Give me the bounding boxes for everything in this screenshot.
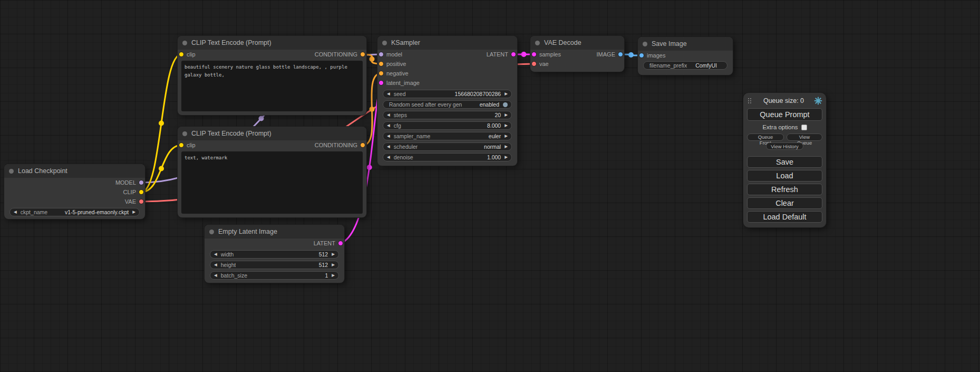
- conditioning-output-dot[interactable]: [360, 52, 365, 57]
- widget-scheduler[interactable]: ◀ scheduler normal ▶: [383, 142, 512, 151]
- negative-input-dot[interactable]: [379, 71, 384, 76]
- queue-prompt-button[interactable]: Queue Prompt: [747, 108, 822, 121]
- output-slot-row: CLIP: [4, 187, 145, 197]
- node-title-bar[interactable]: Empty Latent Image: [205, 225, 344, 239]
- load-default-button[interactable]: Load Default: [747, 211, 822, 223]
- widget-label: Random seed after every gen: [389, 101, 462, 108]
- clip-output-dot[interactable]: [139, 189, 144, 195]
- collapse-dot-icon[interactable]: [643, 42, 647, 46]
- node-title-bar[interactable]: Load Checkpoint: [4, 164, 145, 178]
- toggle-indicator-icon[interactable]: [503, 102, 508, 107]
- widget-height[interactable]: ◀ height 512 ▶: [210, 261, 339, 269]
- widget-sampler-name[interactable]: ◀ sampler_name euler ▶: [383, 132, 512, 140]
- extra-options-checkbox[interactable]: [801, 125, 807, 130]
- latent-output-dot[interactable]: [511, 52, 516, 57]
- increment-arrow-icon[interactable]: ▶: [504, 123, 508, 128]
- node-graph-canvas[interactable]: Load Checkpoint MODEL CLIP VAE ◀ ckpt_na…: [0, 0, 980, 372]
- node-vae-decode[interactable]: VAE Decode samples IMAGE vae: [530, 36, 624, 72]
- decrement-arrow-icon[interactable]: ◀: [214, 273, 217, 278]
- increment-arrow-icon[interactable]: ▶: [332, 252, 335, 256]
- slot-label: positive: [386, 61, 406, 67]
- positive-input-dot[interactable]: [379, 61, 384, 66]
- node-title-bar[interactable]: CLIP Text Encode (Prompt): [178, 36, 366, 50]
- node-save-image[interactable]: Save Image images filename_prefix ComfyU…: [638, 37, 733, 75]
- widget-random-seed-toggle[interactable]: Random seed after every gen enabled: [383, 100, 512, 109]
- model-input-dot[interactable]: [379, 52, 384, 57]
- slot-label: LATENT: [314, 240, 335, 246]
- decrement-arrow-icon[interactable]: ◀: [14, 210, 17, 214]
- latent-output-dot[interactable]: [338, 241, 343, 246]
- save-button[interactable]: Save: [747, 156, 822, 168]
- node-ksampler[interactable]: KSampler model LATENT positive negative: [377, 36, 517, 166]
- positive-prompt-textarea[interactable]: beautiful scenery nature glass bottle la…: [181, 61, 363, 111]
- widget-batch-size[interactable]: ◀ batch_size 1 ▶: [210, 271, 339, 280]
- decrement-arrow-icon[interactable]: ◀: [387, 123, 390, 128]
- decrement-arrow-icon[interactable]: ◀: [387, 155, 390, 159]
- increment-arrow-icon[interactable]: ▶: [332, 273, 335, 278]
- node-title-bar[interactable]: CLIP Text Encode (Prompt): [178, 127, 366, 140]
- slot-label: samples: [539, 51, 561, 58]
- widget-denoise[interactable]: ◀ denoise 1.000 ▶: [383, 153, 512, 161]
- image-output-dot[interactable]: [618, 52, 623, 57]
- increment-arrow-icon[interactable]: ▶: [132, 210, 135, 214]
- clip-input-dot[interactable]: [179, 142, 184, 148]
- node-clip-text-encode-negative[interactable]: CLIP Text Encode (Prompt) clip CONDITION…: [178, 127, 366, 217]
- vae-output-dot[interactable]: [139, 199, 144, 204]
- widget-steps[interactable]: ◀ steps 20 ▶: [383, 111, 512, 119]
- decrement-arrow-icon[interactable]: ◀: [387, 134, 390, 138]
- slot-label: clip: [187, 51, 196, 58]
- slot-label: VAE: [125, 198, 136, 205]
- drag-handle-icon[interactable]: [748, 98, 749, 99]
- widget-width[interactable]: ◀ width 512 ▶: [210, 250, 339, 259]
- menu-header: Queue size: 0: [747, 96, 822, 106]
- conditioning-output-dot[interactable]: [360, 142, 365, 148]
- increment-arrow-icon[interactable]: ▶: [504, 92, 508, 96]
- node-title-bar[interactable]: VAE Decode: [530, 36, 624, 50]
- collapse-dot-icon[interactable]: [9, 169, 14, 174]
- widget-ckpt-name[interactable]: ◀ ckpt_name v1-5-pruned-emaonly.ckpt ▶: [9, 208, 140, 216]
- widget-value: 8.000: [487, 122, 501, 129]
- collapse-dot-icon[interactable]: [182, 131, 187, 136]
- collapse-dot-icon[interactable]: [209, 230, 214, 234]
- clip-input-dot[interactable]: [179, 52, 184, 57]
- decrement-arrow-icon[interactable]: ◀: [387, 113, 390, 117]
- view-queue-button[interactable]: View Queue: [787, 133, 822, 141]
- widget-cfg[interactable]: ◀ cfg 8.000 ▶: [383, 121, 512, 130]
- node-clip-text-encode-positive[interactable]: CLIP Text Encode (Prompt) clip CONDITION…: [178, 36, 366, 115]
- collapse-dot-icon[interactable]: [382, 41, 387, 45]
- widget-seed[interactable]: ◀ seed 156680208700286 ▶: [383, 90, 512, 98]
- vae-input-dot[interactable]: [531, 61, 537, 66]
- samples-input-dot[interactable]: [531, 52, 537, 57]
- widget-filename-prefix[interactable]: filename_prefix ComfyUI: [643, 61, 727, 70]
- decrement-arrow-icon[interactable]: ◀: [387, 145, 390, 149]
- increment-arrow-icon[interactable]: ▶: [504, 145, 508, 149]
- collapse-dot-icon[interactable]: [535, 41, 540, 45]
- decrement-arrow-icon[interactable]: ◀: [387, 92, 390, 96]
- node-title: VAE Decode: [544, 39, 581, 46]
- latent-image-input-dot[interactable]: [379, 80, 384, 85]
- model-output-dot[interactable]: [139, 180, 144, 185]
- increment-arrow-icon[interactable]: ▶: [504, 113, 508, 117]
- negative-prompt-textarea[interactable]: text, watermark: [181, 151, 363, 214]
- node-title: Empty Latent Image: [218, 228, 277, 235]
- node-load-checkpoint[interactable]: Load Checkpoint MODEL CLIP VAE ◀ ckpt_na…: [4, 164, 145, 219]
- node-empty-latent-image[interactable]: Empty Latent Image LATENT ◀ width 512 ▶ …: [205, 225, 344, 283]
- increment-arrow-icon[interactable]: ▶: [332, 263, 335, 267]
- node-title-bar[interactable]: KSampler: [377, 36, 517, 50]
- collapse-dot-icon[interactable]: [182, 41, 187, 45]
- load-button[interactable]: Load: [747, 170, 822, 182]
- clear-button[interactable]: Clear: [747, 197, 822, 209]
- widget-label: width: [221, 251, 234, 257]
- node-title-bar[interactable]: Save Image: [638, 37, 733, 51]
- slot-label: clip: [187, 142, 196, 148]
- increment-arrow-icon[interactable]: ▶: [504, 155, 508, 159]
- images-input-dot[interactable]: [639, 53, 644, 58]
- decrement-arrow-icon[interactable]: ◀: [214, 252, 217, 256]
- increment-arrow-icon[interactable]: ▶: [504, 134, 508, 138]
- widget-value: 1.000: [487, 154, 501, 160]
- queue-front-button[interactable]: Queue Front: [747, 133, 784, 141]
- settings-gear-icon[interactable]: [814, 97, 822, 105]
- view-history-button[interactable]: View History: [766, 142, 803, 150]
- decrement-arrow-icon[interactable]: ◀: [214, 263, 217, 267]
- refresh-button[interactable]: Refresh: [747, 184, 822, 195]
